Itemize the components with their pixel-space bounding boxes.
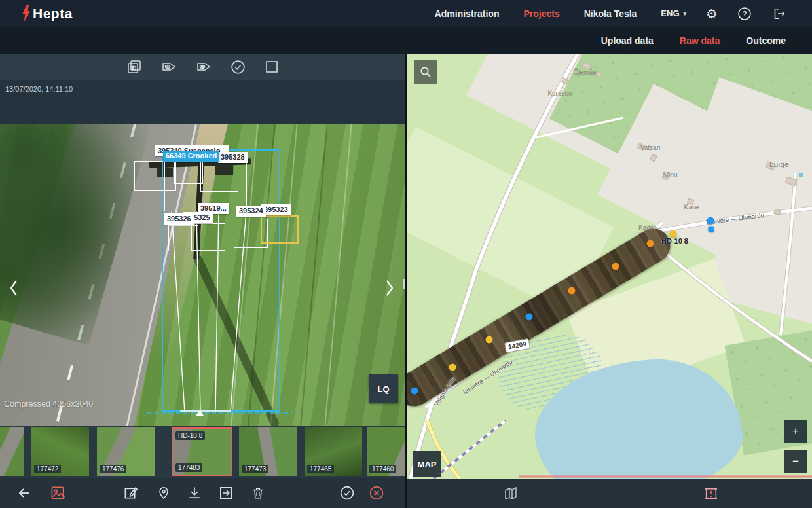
edit-icon[interactable] xyxy=(124,486,139,501)
map-toolbar xyxy=(407,479,812,508)
main-area: 395340 Suspensio...39532866349 Crooked39… xyxy=(0,54,812,508)
map-marker-blue[interactable] xyxy=(411,388,418,395)
annotation-box[interactable] xyxy=(174,159,203,184)
image-toolbar xyxy=(0,478,405,508)
download-icon[interactable] xyxy=(187,486,202,501)
sub-navbar: Upload dataRaw dataOutcome xyxy=(0,27,812,54)
nav-item-administration[interactable]: Administration xyxy=(435,9,500,19)
thumbnail-pole-label: HD-10 8 xyxy=(175,431,205,440)
map-marker-yellow[interactable] xyxy=(449,364,456,371)
compressed-label: Compressed 4056x3040 xyxy=(4,399,93,408)
subnav-item-upload-data[interactable]: Upload data xyxy=(601,35,654,46)
subnav-item-outcome[interactable]: Outcome xyxy=(746,35,786,46)
tag-export-visibility-icon[interactable] xyxy=(195,59,212,75)
quality-toggle-button[interactable]: LQ xyxy=(369,374,398,403)
map-marker-bluesq[interactable] xyxy=(709,227,714,232)
language-selector[interactable]: ENG ▾ xyxy=(661,9,686,18)
delete-icon[interactable] xyxy=(251,486,265,501)
thumbnail-id-label: 177460 xyxy=(369,465,396,473)
reject-icon[interactable] xyxy=(369,485,385,501)
map-view-icon[interactable] xyxy=(503,486,519,501)
back-icon[interactable] xyxy=(16,485,32,501)
location-icon[interactable] xyxy=(157,486,171,501)
map-layer-toggle-button[interactable]: MAP xyxy=(413,451,441,477)
validate-icon[interactable] xyxy=(230,59,246,75)
map-marker-orange[interactable] xyxy=(568,287,576,295)
thumbnail[interactable]: HD-10 8177483 xyxy=(172,427,232,476)
logo[interactable]: Hepta xyxy=(21,5,73,22)
map-place-label: Kase xyxy=(684,204,699,211)
annotation-box[interactable] xyxy=(261,215,299,244)
chevron-down-icon: ▾ xyxy=(684,10,687,17)
annotation-label[interactable]: 395326 xyxy=(164,213,194,225)
image-mode-icon[interactable] xyxy=(50,486,65,501)
help-icon[interactable]: ? xyxy=(737,7,752,21)
next-image-button[interactable] xyxy=(384,278,396,300)
thumbnail-id-label: 177472 xyxy=(34,465,61,473)
map-place-label: Vatsari xyxy=(640,144,660,151)
svg-text:?: ? xyxy=(743,10,747,18)
map-place-label: Õiemäe xyxy=(573,69,596,76)
annotation-box[interactable] xyxy=(134,161,176,190)
thumbnail-id-label: 177476 xyxy=(100,465,126,473)
gallery-visibility-icon[interactable] xyxy=(126,59,143,75)
annotation-box[interactable] xyxy=(191,223,225,251)
export-icon[interactable] xyxy=(219,486,234,501)
map-marker-yellow[interactable] xyxy=(670,230,677,238)
image-viewer[interactable]: 395340 Suspensio...39532866349 Crooked39… xyxy=(0,80,405,426)
map-pole-label: HD-10 8 xyxy=(661,237,688,245)
thumbnail-id-label: 177483 xyxy=(175,463,202,472)
defects-warning-icon[interactable] xyxy=(703,486,720,502)
prev-image-button[interactable] xyxy=(8,278,20,300)
annotation-label[interactable]: 66349 Crooked xyxy=(163,151,219,162)
filmstrip: 177472177476HD-10 8177483177473177465177… xyxy=(0,426,405,478)
language-label: ENG xyxy=(661,9,679,18)
image-timestamp: 13/07/2020, 14:11:10 xyxy=(5,85,73,93)
logo-text: Hepta xyxy=(33,6,73,22)
annotation-label[interactable]: 395324 xyxy=(236,206,266,217)
map-marker-yellow[interactable] xyxy=(486,336,493,344)
zoom-in-button[interactable]: + xyxy=(784,420,807,443)
sub-nav: Upload dataRaw dataOutcome xyxy=(601,35,786,46)
logout-icon[interactable] xyxy=(771,7,786,21)
approve-icon[interactable] xyxy=(339,485,356,501)
map-marker-blue[interactable] xyxy=(707,217,714,225)
thumbnail[interactable]: 177460 xyxy=(367,427,405,476)
logo-bolt-icon xyxy=(21,5,31,22)
map-marker-orange[interactable] xyxy=(647,240,654,247)
map-search-button[interactable] xyxy=(414,60,437,84)
bbox-tool-icon[interactable] xyxy=(264,59,280,75)
map-marker-blue[interactable] xyxy=(526,314,533,321)
divider-grip-icon[interactable] xyxy=(403,279,405,289)
thumbnail[interactable] xyxy=(0,427,24,476)
thumbnail[interactable]: 177465 xyxy=(304,427,362,476)
nav-item-projects[interactable]: Projects xyxy=(523,9,559,19)
main-nav: AdministrationProjectsNikola Tesla xyxy=(435,9,637,19)
map-place-label: Luige xyxy=(769,160,789,168)
annotation-label[interactable]: 395328 xyxy=(218,152,248,163)
top-navbar: Hepta AdministrationProjectsNikola Tesla… xyxy=(0,0,812,27)
subnav-item-raw-data[interactable]: Raw data xyxy=(680,35,720,46)
viewer-toolbar xyxy=(0,54,405,80)
map-panel: ÕiemäeKuresooVatsariSõnuLuigeKaseKadilo … xyxy=(407,54,812,508)
pool xyxy=(799,173,803,177)
thumbnail-id-label: 177473 xyxy=(242,465,268,473)
map-marker-orange[interactable] xyxy=(612,263,619,270)
map-place-label: Kuresoo xyxy=(547,90,572,97)
settings-icon[interactable]: ⚙ xyxy=(706,7,718,20)
map-place-label: Sõnu xyxy=(662,172,677,179)
map-canvas[interactable]: ÕiemäeKuresooVatsariSõnuLuigeKaseKadilo … xyxy=(407,54,812,479)
image-panel: 395340 Suspensio...39532866349 Crooked39… xyxy=(0,54,405,508)
zoom-out-button[interactable]: − xyxy=(784,450,807,473)
map-place-label: Kadilo xyxy=(638,224,657,231)
thumbnail[interactable]: 177472 xyxy=(31,427,89,476)
thumbnail[interactable]: 177473 xyxy=(239,427,297,476)
thumbnail[interactable]: 177476 xyxy=(97,427,155,476)
tag-visibility-icon[interactable] xyxy=(160,59,177,75)
nav-item-nikola-tesla[interactable]: Nikola Tesla xyxy=(584,9,637,19)
thumbnail-id-label: 177465 xyxy=(307,465,334,473)
